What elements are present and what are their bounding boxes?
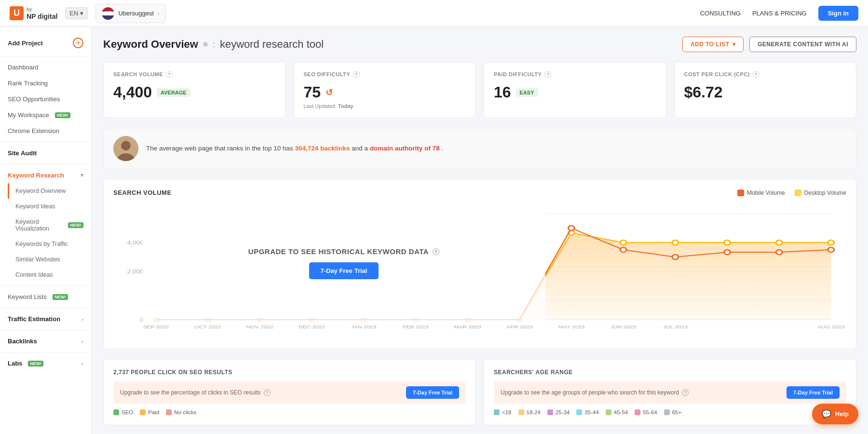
sidebar-item-rank-tracking[interactable]: Rank Tracking	[0, 75, 91, 91]
sidebar-item-keyword-overview[interactable]: Keyword Overview	[8, 183, 91, 199]
add-project-label: Add Project	[8, 40, 43, 47]
main-content: Keyword Overview : keyword research tool…	[92, 27, 868, 434]
top-nav: U by NP digital EN ▾ US Ubersuggest › CO…	[0, 0, 868, 27]
svg-point-24	[776, 240, 782, 245]
noclick-color-swatch	[166, 409, 172, 415]
stats-row: SEARCH VOLUME ? 4,400 AVERAGE SEO DIFFIC…	[103, 62, 856, 118]
language-selector[interactable]: EN ▾	[65, 7, 88, 19]
main-layout: Add Project + Dashboard Rank Tracking SE…	[0, 27, 868, 434]
sidebar-item-keywords-by-traffic[interactable]: Keywords by Traffic	[8, 236, 91, 252]
avatar-image	[113, 136, 138, 161]
logo[interactable]: U by NP digital	[10, 6, 57, 21]
chat-icon: 💬	[822, 409, 831, 419]
sidebar-divider-7	[0, 352, 91, 353]
svg-text:2,000: 2,000	[127, 269, 144, 274]
stat-label: SEARCH VOLUME ?	[113, 71, 276, 78]
sidebar-item-traffic-estimation[interactable]: Traffic Estimation ›	[0, 311, 91, 327]
svg-point-21	[620, 240, 626, 245]
help-button[interactable]: 💬 Help	[812, 404, 858, 424]
title-dot	[203, 42, 208, 47]
add-project-button[interactable]: Add Project +	[0, 33, 91, 53]
nav-right: CONSULTING PLANS & PRICING Sign in	[700, 6, 858, 21]
add-project-icon: +	[73, 38, 83, 48]
sidebar-divider-3	[0, 164, 91, 164]
desktop-color-swatch	[795, 190, 801, 196]
info-icon[interactable]: ?	[166, 71, 173, 78]
generate-ai-button[interactable]: GENERATE CONTENT WITH AI	[749, 37, 856, 52]
signin-button[interactable]: Sign in	[818, 6, 858, 21]
65-color-swatch	[664, 409, 670, 415]
chevron-right-icon: ›	[81, 339, 83, 344]
svg-text:SEP 2022: SEP 2022	[143, 324, 169, 329]
sidebar-item-similar-websites[interactable]: Similar Websites	[8, 252, 91, 267]
chevron-right-icon: ›	[81, 361, 83, 366]
sidebar-item-chrome-extension[interactable]: Chrome Extension	[0, 123, 91, 139]
sidebar-item-seo-opportunities[interactable]: SEO Opportunities	[0, 91, 91, 107]
page-title: Keyword Overview : keyword research tool	[103, 38, 324, 51]
sidebar-item-keyword-ideas[interactable]: Keyword Ideas	[8, 199, 91, 214]
stat-seo-difficulty: SEO DIFFICULTY ? 75 ↺ Last Updated: Toda…	[294, 62, 476, 118]
nav-left: U by NP digital EN ▾ US Ubersuggest ›	[10, 4, 166, 23]
chevron-down-icon: ▾	[80, 10, 83, 17]
new-badge: NEW!	[53, 294, 68, 300]
info-icon[interactable]: ?	[353, 71, 360, 78]
svg-point-30	[776, 250, 782, 255]
plans-pricing-link[interactable]: PLANS & PRICING	[752, 10, 807, 17]
svg-text:MAR 2023: MAR 2023	[454, 324, 481, 329]
upgrade-bar-text: Upgrade to see the percentage of clicks …	[120, 389, 401, 396]
svg-text:DEC 2022: DEC 2022	[298, 324, 325, 329]
upgrade-text: UPGRADE TO SEE HISTORICAL KEYWORD DATA ?	[248, 247, 439, 256]
svg-text:OCT 2022: OCT 2022	[195, 324, 221, 329]
info-icon[interactable]: ?	[753, 71, 760, 78]
authority-value: domain authority of 78	[370, 145, 440, 152]
info-icon[interactable]: ?	[264, 389, 271, 396]
sidebar-item-keyword-visualization[interactable]: Keyword Visualization NEW!	[8, 214, 91, 236]
legend-mobile: Mobile Volume	[737, 190, 785, 196]
svg-text:JUL 2023: JUL 2023	[663, 324, 688, 329]
chart-container: 4,000 2,000 0	[113, 204, 846, 339]
25-color-swatch	[547, 409, 553, 415]
svg-point-1	[121, 141, 131, 150]
sidebar-item-keyword-lists[interactable]: Keyword Lists NEW!	[0, 289, 91, 305]
sidebar-divider-5	[0, 308, 91, 308]
sidebar-item-labs[interactable]: Labs NEW! ›	[0, 355, 91, 371]
sidebar-item-backlinks[interactable]: Backlinks ›	[0, 333, 91, 349]
sidebar-divider-2	[0, 142, 91, 142]
trial-button[interactable]: 7-Day Free Trial	[309, 262, 379, 279]
sidebar-item-keyword-research[interactable]: Keyword Research ▾	[0, 167, 91, 183]
sidebar-item-dashboard[interactable]: Dashboard	[0, 59, 91, 75]
info-icon[interactable]: ?	[544, 71, 551, 78]
stat-search-volume: SEARCH VOLUME ? 4,400 AVERAGE	[103, 62, 286, 118]
info-banner: The average web page that ranks in the t…	[103, 128, 856, 169]
18-color-swatch	[518, 409, 524, 415]
consulting-link[interactable]: CONSULTING	[700, 10, 741, 17]
chevron-down-icon: ▾	[732, 41, 736, 48]
sidebar: Add Project + Dashboard Rank Tracking SE…	[0, 27, 92, 434]
trial-button[interactable]: 7-Day Free Trial	[787, 386, 840, 399]
add-to-list-button[interactable]: ADD TO LIST ▾	[682, 37, 744, 52]
svg-point-29	[724, 250, 731, 255]
svg-text:NOV 2022: NOV 2022	[246, 324, 273, 329]
legend-65plus: 65+	[664, 409, 682, 415]
legend-no-clicks: No clicks	[166, 409, 196, 415]
logo-icon: U	[10, 6, 24, 20]
svg-point-23	[724, 240, 731, 245]
sidebar-item-site-audit[interactable]: Site Audit	[0, 145, 91, 161]
page-header: Keyword Overview : keyword research tool…	[103, 37, 856, 52]
svg-text:JAN 2023: JAN 2023	[351, 324, 377, 329]
refresh-icon[interactable]: ↺	[326, 87, 333, 98]
site-selector[interactable]: US Ubersuggest ›	[95, 4, 166, 23]
legend-35-44: 35-44	[576, 409, 598, 415]
bottom-card-age-range: SEARCHERS' AGE RANGE Upgrade to see the …	[484, 359, 856, 425]
legend-45-54: 45-54	[606, 409, 628, 415]
info-icon[interactable]: ?	[433, 248, 439, 255]
trial-button[interactable]: 7-Day Free Trial	[406, 386, 459, 399]
legend-55-64: 55-64	[635, 409, 657, 415]
paid-color-swatch	[140, 409, 146, 415]
sidebar-item-my-workspace[interactable]: My Workspace NEW!	[0, 107, 91, 123]
info-icon[interactable]: ?	[682, 389, 689, 396]
legend-desktop: Desktop Volume	[795, 190, 846, 196]
status-badge: AVERAGE	[157, 88, 190, 97]
svg-point-27	[620, 247, 626, 252]
sidebar-item-content-ideas[interactable]: Content Ideas	[8, 267, 91, 283]
